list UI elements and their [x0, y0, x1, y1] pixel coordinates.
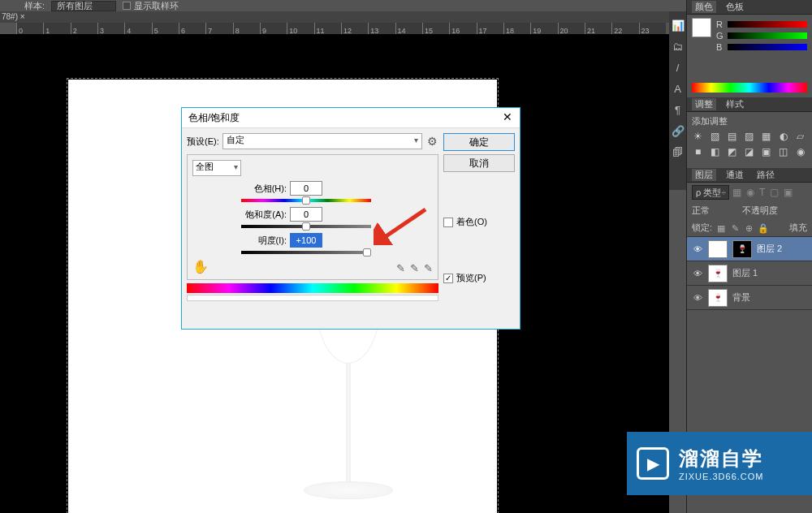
tab-layers[interactable]: 图层	[692, 169, 716, 181]
dock-paragraph-icon[interactable]: ¶	[672, 104, 685, 117]
layer-thumb[interactable]	[708, 240, 728, 258]
lock-fill-icon[interactable]: ⊕	[744, 223, 754, 233]
ok-button[interactable]: 确定	[443, 133, 515, 151]
adjust-invert-icon[interactable]: ▣	[760, 146, 772, 158]
dialog-title-text: 色相/饱和度	[188, 111, 240, 125]
layer-filter-dropdown[interactable]: ρ 类型	[692, 185, 729, 200]
visibility-icon[interactable]: 👁	[692, 269, 703, 278]
tab-paths[interactable]: 路径	[754, 169, 778, 181]
layer-thumb[interactable]: 🍷	[708, 265, 728, 282]
visibility-icon[interactable]: 👁	[692, 293, 703, 303]
layer-mask-thumb[interactable]: 🍷	[732, 240, 752, 258]
ruler-tick: 4	[124, 23, 151, 34]
lock-pixels-icon[interactable]: ▦	[716, 223, 726, 233]
color-panel-body: R G B	[687, 15, 812, 80]
slider-thumb[interactable]	[302, 222, 310, 231]
b-slider[interactable]	[728, 44, 807, 50]
dock-histogram-icon[interactable]: 📊	[672, 19, 685, 32]
filter-shape-icon[interactable]: ▢	[770, 187, 779, 198]
tab-swatches[interactable]: 色板	[723, 1, 747, 13]
cancel-button[interactable]: 取消	[443, 154, 515, 172]
saturation-slider[interactable]	[241, 225, 371, 228]
filter-adjust-icon[interactable]: ◉	[746, 187, 754, 198]
layer-thumb[interactable]: 🍷	[708, 289, 728, 307]
colorize-checkbox[interactable]: 着色(O)	[443, 216, 515, 228]
layer-name[interactable]: 图层 2	[757, 243, 807, 255]
ruler-tick: 7	[205, 23, 232, 34]
adjust-photofilter-icon[interactable]: ◧	[709, 146, 721, 158]
visibility-icon[interactable]: 👁	[692, 244, 703, 254]
result-strip	[187, 295, 438, 301]
slider-thumb[interactable]	[363, 248, 371, 256]
dock-notes-icon[interactable]: 🗐	[672, 146, 685, 159]
lock-all-icon[interactable]: 🔒	[758, 223, 767, 233]
tab-channels[interactable]: 通道	[723, 169, 747, 181]
dialog-titlebar[interactable]: 色相/饱和度 ✕	[182, 108, 520, 128]
play-icon: ▶	[637, 447, 669, 480]
hue-input[interactable]	[290, 181, 322, 196]
document-tab[interactable]: 78#) ×	[2, 12, 25, 21]
sample-dropdown[interactable]: 所有图层	[51, 1, 116, 11]
show-sample-ring-checkbox[interactable]: 显示取样环	[123, 0, 179, 12]
adjust-levels-icon[interactable]: ▧	[709, 131, 721, 143]
g-slider[interactable]	[728, 32, 807, 39]
dock-link-icon[interactable]: 🔗	[672, 125, 685, 138]
preview-checkbox[interactable]: ✓ 预览(P)	[443, 272, 515, 284]
lock-label: 锁定:	[692, 222, 712, 234]
ruler-tick: 20	[558, 23, 585, 34]
tab-color[interactable]: 颜色	[692, 1, 716, 13]
adjust-colorlookup-icon[interactable]: ◪	[743, 146, 755, 158]
lock-position-icon[interactable]: ✎	[730, 223, 740, 233]
tab-styles[interactable]: 样式	[723, 98, 747, 110]
filter-smart-icon[interactable]: ▣	[784, 187, 793, 198]
lightness-slider[interactable]	[241, 251, 371, 254]
adjust-bw-icon[interactable]: ■	[692, 146, 704, 158]
layer-row[interactable]: 👁 🍷 图层 1	[687, 261, 812, 286]
ruler-tick: 6	[179, 23, 205, 34]
tab-adjust[interactable]: 调整	[692, 98, 716, 110]
ruler-tick: 21	[585, 23, 611, 34]
saturation-input[interactable]	[290, 207, 322, 222]
b-label: B	[716, 42, 724, 52]
show-sample-ring-label: 显示取样环	[134, 0, 179, 12]
adjust-curves-icon[interactable]: ▤	[726, 131, 738, 143]
dock-layers-icon[interactable]: 🗂	[672, 41, 685, 54]
adjust-hue-icon[interactable]: ◐	[777, 131, 789, 143]
dock-character-icon[interactable]: A	[672, 83, 685, 96]
gear-icon[interactable]: ⚙	[425, 135, 438, 148]
range-dropdown[interactable]: 全图	[192, 160, 241, 176]
fg-swatch[interactable]	[692, 18, 711, 37]
lightness-input[interactable]	[290, 233, 322, 248]
r-slider[interactable]	[728, 21, 807, 28]
layer-row[interactable]: 👁 🍷 背景	[687, 286, 812, 310]
adjust-posterize-icon[interactable]: ◫	[777, 146, 789, 158]
layer-name[interactable]: 图层 1	[732, 267, 807, 279]
filter-type-icon[interactable]: T	[759, 187, 765, 198]
eyedropper-sub-icon[interactable]: ✎	[424, 262, 433, 274]
adjust-exposure-icon[interactable]: ▨	[743, 131, 755, 143]
layers-panel-header: 图层 通道 路径	[687, 168, 812, 183]
blend-mode-dropdown[interactable]: 正常	[692, 205, 737, 217]
hue-slider[interactable]	[241, 199, 371, 202]
watermark-url: ZIXUE.3D66.COM	[679, 472, 763, 481]
ruler-tick: 0	[16, 23, 43, 34]
close-icon[interactable]: ✕	[500, 110, 515, 125]
fill-label: 填充	[789, 222, 807, 234]
filter-pixel-icon[interactable]: ▦	[732, 187, 741, 198]
dock-brush-icon[interactable]: /	[672, 62, 685, 75]
g-label: G	[716, 31, 724, 41]
eyedropper-icon[interactable]: ✎	[396, 262, 405, 274]
layer-name[interactable]: 背景	[732, 291, 807, 304]
preset-dropdown[interactable]: 自定	[222, 133, 422, 149]
layer-row[interactable]: 👁 🍷 图层 2	[687, 237, 812, 261]
adjust-channelmixer-icon[interactable]: ◩	[726, 146, 738, 158]
color-ramp[interactable]	[692, 83, 807, 93]
adjust-threshold-icon[interactable]: ◉	[794, 146, 806, 158]
hand-icon[interactable]: ✋	[192, 259, 209, 274]
adjust-brightness-icon[interactable]: ☀	[692, 131, 704, 143]
slider-thumb[interactable]	[302, 196, 310, 205]
adjust-vibrance-icon[interactable]: ▦	[760, 131, 772, 143]
adjust-colorbalance-icon[interactable]: ▱	[794, 131, 806, 143]
eyedropper-add-icon[interactable]: ✎	[410, 262, 419, 274]
adjust-panel-header: 调整 样式	[687, 97, 812, 112]
